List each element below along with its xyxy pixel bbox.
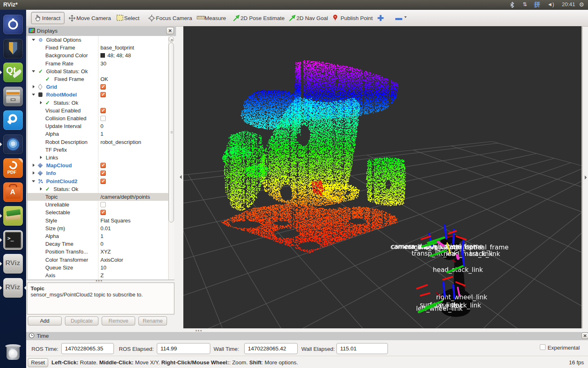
pinyin-input-icon[interactable]: 拼 — [534, 1, 540, 9]
tree-row-style[interactable]: StyleFlat Squares — [27, 217, 174, 224]
row-value[interactable]: OK — [100, 76, 108, 82]
launcher-foxit-icon[interactable]: PDF — [3, 158, 23, 178]
tree-row-alpha-rm[interactable]: Alpha1 — [27, 130, 174, 138]
tree-row-global-status[interactable]: ✓Global Status: Ok — [27, 67, 174, 75]
row-value[interactable]: 0 — [100, 241, 103, 247]
tree-row-pc-status[interactable]: ✓Status: Ok — [27, 185, 174, 193]
row-checkbox-on[interactable] — [100, 163, 106, 168]
clock-text[interactable]: 20:41 — [562, 1, 575, 7]
tree-row-pointcloud2[interactable]: PointCloud2 — [27, 177, 174, 185]
tree-row-axis[interactable]: AxisZ — [27, 272, 174, 279]
expand-arrow[interactable] — [33, 164, 35, 167]
launcher-chromium-icon[interactable] — [3, 135, 23, 154]
row-checkbox-on[interactable] — [100, 108, 106, 113]
displays-scrollbar[interactable] — [168, 36, 174, 280]
tree-row-unreliable[interactable]: Unreliable — [27, 201, 174, 209]
bluetooth-icon[interactable] — [510, 2, 514, 10]
remove-button[interactable]: Remove — [102, 316, 135, 325]
row-checkbox-on[interactable] — [100, 210, 106, 215]
dock-collapse-left-arrow[interactable] — [180, 175, 182, 179]
network-arrows-icon[interactable]: ⇅ — [523, 1, 527, 7]
time-close-button[interactable]: ✕ — [581, 332, 588, 339]
launcher-qt-icon[interactable]: Qt — [3, 63, 23, 82]
tree-row-fixed-frame-ok[interactable]: ✓Fixed FrameOK — [27, 75, 174, 83]
tree-row-links[interactable]: Links — [27, 154, 174, 162]
row-value[interactable]: AxisColor — [100, 257, 123, 263]
expand-arrow[interactable] — [33, 85, 35, 88]
row-value[interactable]: base_footprint — [100, 45, 134, 51]
experimental-checkbox[interactable] — [540, 344, 546, 350]
launcher-blueapp-icon[interactable] — [3, 110, 23, 130]
row-value[interactable]: 1 — [100, 131, 103, 137]
tree-row-queue-size[interactable]: Queue Size10 — [27, 264, 174, 272]
launcher-rviz1-icon[interactable]: RViz — [3, 254, 23, 274]
tree-row-global-options[interactable]: ⚙Global Options — [27, 36, 174, 44]
session-gear-icon[interactable]: ⚙ — [579, 1, 584, 8]
expand-arrow[interactable] — [32, 94, 35, 96]
row-value[interactable]: 0 — [100, 123, 103, 129]
volume-icon[interactable]: ◄) — [547, 1, 554, 7]
expand-arrow[interactable] — [33, 171, 35, 175]
launcher-trash-icon[interactable] — [3, 343, 23, 362]
duplicate-button[interactable]: Duplicate — [65, 316, 98, 325]
launcher-atoolbox-icon[interactable]: A — [3, 182, 23, 202]
scroll-up-button[interactable] — [169, 36, 174, 42]
tree-row-color-transformer[interactable]: Color TransformerAxisColor — [27, 256, 174, 264]
add-button[interactable]: Add — [28, 316, 62, 325]
launcher-terminal-icon[interactable]: >_ — [3, 230, 23, 250]
tree-row-frame-rate[interactable]: Frame Rate30 — [27, 60, 174, 67]
row-value[interactable]: XYZ — [100, 249, 111, 255]
row-checkbox-off[interactable] — [100, 202, 106, 207]
tree-row-topic[interactable]: Topic/camera/depth/points — [27, 193, 174, 201]
3d-viewport[interactable]: camera_depth_optical_framecamera_linkcam… — [183, 26, 581, 328]
expand-arrow[interactable] — [32, 39, 35, 41]
tree-row-size-m[interactable]: Size (m)0.01 — [27, 224, 174, 232]
scroll-thumb[interactable] — [169, 43, 174, 222]
tree-row-tf-prefix[interactable]: TF Prefix — [27, 146, 174, 154]
row-value[interactable]: 1 — [100, 233, 103, 239]
row-value[interactable]: 48; 48; 48 — [107, 52, 131, 58]
row-value[interactable]: robot_description — [100, 139, 141, 145]
time-panel-header[interactable]: Time ✕ — [26, 332, 588, 340]
dock-collapse-right-arrow[interactable] — [585, 175, 587, 180]
row-checkbox-on[interactable] — [100, 84, 106, 90]
tree-row-selectable[interactable]: Selectable — [27, 209, 174, 216]
tree-row-visual-enabled[interactable]: Visual Enabled — [27, 107, 174, 114]
tree-row-rm-status[interactable]: ✓Status: Ok — [27, 99, 174, 107]
expand-arrow[interactable] — [32, 180, 35, 182]
tree-row-position-transformer[interactable]: Position Transfo...XYZ — [27, 248, 174, 256]
expand-arrow[interactable] — [40, 187, 42, 191]
row-value[interactable]: 0.01 — [100, 225, 111, 231]
tree-row-decay-time[interactable]: Decay Time0 — [27, 240, 174, 248]
row-checkbox-on[interactable] — [100, 179, 106, 184]
tree-row-fixed-frame[interactable]: Fixed Framebase_footprint — [27, 44, 174, 52]
row-checkbox-on[interactable] — [100, 171, 106, 176]
expand-arrow[interactable] — [40, 101, 42, 104]
tree-row-collision-enabled[interactable]: Collision Enabled — [27, 114, 174, 122]
expand-arrow[interactable] — [32, 70, 35, 72]
tree-row-map-cloud[interactable]: MapCloud — [27, 162, 174, 169]
tree-row-robot-description[interactable]: Robot Descriptionrobot_description — [27, 138, 174, 146]
launcher-books-icon[interactable] — [3, 206, 23, 226]
launcher-rviz2-icon[interactable]: RViz — [3, 278, 23, 298]
launcher-shield-icon[interactable] — [3, 39, 23, 58]
row-value[interactable]: Flat Squares — [100, 218, 131, 224]
expand-arrow[interactable] — [40, 156, 42, 159]
row-value[interactable]: Z — [100, 272, 104, 278]
tree-row-grid[interactable]: Grid — [27, 83, 174, 91]
tree-row-robot-model[interactable]: RobotModel — [27, 91, 174, 99]
launcher-ubuntu-icon[interactable] — [3, 15, 23, 34]
tree-row-background-color[interactable]: Background Color48; 48; 48 — [27, 52, 174, 59]
launcher-cabinet-icon[interactable] — [3, 87, 23, 106]
row-checkbox-off[interactable] — [100, 116, 106, 121]
wall-time-field[interactable]: 1470228065.42 — [244, 343, 298, 354]
reset-button[interactable]: Reset — [28, 358, 48, 367]
displays-close-button[interactable]: ✕ — [166, 27, 174, 34]
wall-elapsed-field[interactable]: 115.01 — [336, 343, 388, 354]
tree-row-update-interval[interactable]: Update Interval0 — [27, 122, 174, 130]
row-value[interactable]: 30 — [100, 61, 106, 67]
ros-time-field[interactable]: 1470228065.35 — [61, 343, 114, 354]
row-value[interactable]: /camera/depth/points — [100, 194, 150, 200]
displays-panel-header[interactable]: Displays ✕ — [26, 26, 176, 36]
dock-splitter-right[interactable] — [581, 26, 583, 328]
